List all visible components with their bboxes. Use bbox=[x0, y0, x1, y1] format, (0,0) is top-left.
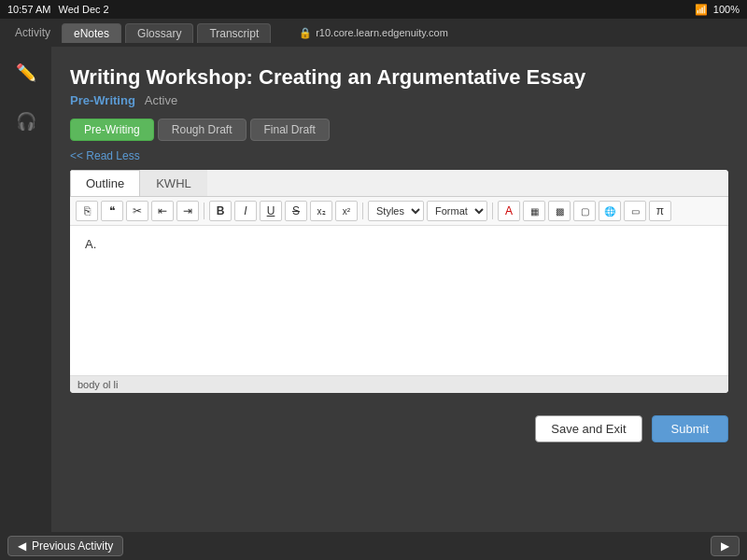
superscript-button[interactable]: x² bbox=[335, 201, 358, 221]
date-display: Wed Dec 2 bbox=[58, 4, 108, 15]
subscript-button[interactable]: x₂ bbox=[310, 201, 332, 221]
status-bar: 10:57 AM Wed Dec 2 📶 100% bbox=[0, 0, 747, 19]
indent-right-icon[interactable]: ⇥ bbox=[176, 201, 199, 221]
quote-icon[interactable]: ❝ bbox=[101, 201, 123, 221]
pi-button[interactable]: π bbox=[649, 201, 671, 221]
editor-content: A. bbox=[85, 237, 96, 251]
top-nav: Activity eNotes Glossary Transcript 🔒 r1… bbox=[0, 19, 747, 47]
copy-icon[interactable]: ⎘ bbox=[76, 201, 98, 221]
table-full-icon[interactable]: ▩ bbox=[548, 201, 571, 221]
bottom-bar: ◀ Previous Activity ▶ bbox=[0, 532, 747, 560]
time-display: 10:57 AM bbox=[7, 4, 50, 15]
save-exit-button[interactable]: Save and Exit bbox=[535, 415, 641, 442]
separator-2 bbox=[362, 203, 363, 219]
stage-tab-prewriting[interactable]: Pre-Writing bbox=[70, 119, 154, 141]
format-select[interactable]: Format bbox=[427, 201, 487, 221]
pre-writing-label: Pre-Writing bbox=[70, 93, 135, 107]
editor-toolbar: ⎘ ❝ ✂ ⇤ ⇥ B I U S x₂ x² Styles Format A … bbox=[70, 197, 728, 226]
status-label: Active bbox=[145, 93, 177, 107]
box-icon[interactable]: ▢ bbox=[573, 201, 596, 221]
stage-tab-finaldraft[interactable]: Final Draft bbox=[250, 119, 330, 141]
editor-body[interactable]: A. bbox=[70, 226, 728, 375]
stage-tab-roughdraft[interactable]: Rough Draft bbox=[158, 119, 247, 141]
subtitle-row: Pre-Writing Active bbox=[70, 93, 728, 107]
styles-select[interactable]: Styles bbox=[368, 201, 424, 221]
tab-enotes[interactable]: eNotes bbox=[62, 23, 121, 43]
submit-button[interactable]: Submit bbox=[652, 415, 728, 442]
editor-card: Outline KWHL ⎘ ❝ ✂ ⇤ ⇥ B I U S x₂ x² Sty… bbox=[70, 170, 728, 393]
indent-left-icon[interactable]: ⇤ bbox=[151, 201, 174, 221]
prev-arrow-icon: ◀ bbox=[18, 539, 26, 553]
page-title: Writing Workshop: Creating an Argumentat… bbox=[70, 65, 728, 90]
lock-icon: 🔒 bbox=[299, 27, 312, 39]
wifi-icon: 📶 bbox=[695, 4, 708, 16]
separator-1 bbox=[204, 203, 204, 219]
font-color-icon[interactable]: A bbox=[498, 201, 520, 221]
headphones-icon[interactable]: 🎧 bbox=[9, 105, 43, 138]
battery-display: 100% bbox=[713, 4, 740, 15]
stage-tabs: Pre-Writing Rough Draft Final Draft bbox=[70, 119, 728, 141]
previous-activity-button[interactable]: ◀ Previous Activity bbox=[7, 536, 123, 556]
italic-button[interactable]: I bbox=[234, 201, 257, 221]
cut-icon[interactable]: ✂ bbox=[126, 201, 148, 221]
url-bar: 🔒 r10.core.learn.edgenuity.com bbox=[299, 19, 448, 47]
tab-transcript[interactable]: Transcript bbox=[197, 23, 271, 43]
table-icon[interactable]: ▦ bbox=[523, 201, 545, 221]
tab-outline[interactable]: Outline bbox=[70, 170, 140, 196]
bold-button[interactable]: B bbox=[209, 201, 232, 221]
left-sidebar: ✏️ 🎧 bbox=[0, 47, 51, 532]
previous-activity-label: Previous Activity bbox=[32, 539, 113, 553]
tab-glossary[interactable]: Glossary bbox=[125, 23, 193, 43]
next-arrow-icon: ▶ bbox=[721, 539, 729, 553]
pencil-icon[interactable]: ✏️ bbox=[9, 56, 43, 90]
tab-kwhl[interactable]: KWHL bbox=[140, 170, 207, 196]
globe-icon[interactable]: 🌐 bbox=[599, 201, 621, 221]
nav-activity-label[interactable]: Activity bbox=[7, 23, 58, 42]
strikethrough-button[interactable]: S bbox=[285, 201, 307, 221]
editor-tabs: Outline KWHL bbox=[70, 170, 728, 197]
editor-status: body ol li bbox=[70, 375, 728, 393]
action-row: Save and Exit Submit bbox=[70, 408, 728, 450]
rectangle-icon[interactable]: ▭ bbox=[624, 201, 646, 221]
read-less-link[interactable]: << Read Less bbox=[70, 149, 140, 162]
url-text: r10.core.learn.edgenuity.com bbox=[316, 27, 448, 38]
separator-3 bbox=[492, 203, 493, 219]
next-activity-button[interactable]: ▶ bbox=[711, 536, 740, 556]
underline-button[interactable]: U bbox=[260, 201, 282, 221]
main-content: Writing Workshop: Creating an Argumentat… bbox=[51, 47, 747, 532]
